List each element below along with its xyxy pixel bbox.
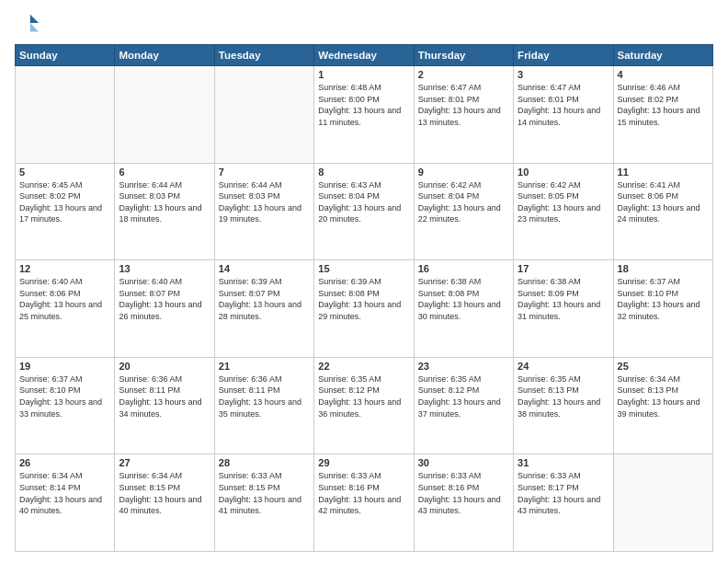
calendar-cell: 28Sunrise: 6:33 AMSunset: 8:15 PMDayligh… [214, 454, 313, 552]
calendar-cell: 12Sunrise: 6:40 AMSunset: 8:06 PMDayligh… [16, 260, 115, 358]
day-info: Sunrise: 6:36 AMSunset: 8:11 PMDaylight:… [119, 373, 210, 419]
day-number: 15 [318, 263, 409, 274]
day-number: 3 [518, 69, 609, 80]
day-number: 12 [19, 263, 110, 274]
svg-marker-1 [30, 23, 39, 31]
day-number: 20 [119, 361, 210, 372]
calendar-cell: 2Sunrise: 6:47 AMSunset: 8:01 PMDaylight… [414, 66, 513, 164]
calendar-cell [16, 66, 115, 164]
day-info: Sunrise: 6:37 AMSunset: 8:10 PMDaylight:… [618, 276, 709, 322]
day-info: Sunrise: 6:34 AMSunset: 8:14 PMDaylight:… [19, 470, 110, 516]
calendar-cell [115, 66, 214, 164]
day-header-tuesday: Tuesday [214, 45, 313, 66]
calendar-cell: 23Sunrise: 6:35 AMSunset: 8:12 PMDayligh… [414, 357, 513, 454]
day-info: Sunrise: 6:34 AMSunset: 8:15 PMDaylight:… [119, 470, 210, 516]
logo-icon [15, 11, 40, 37]
day-number: 7 [219, 167, 310, 178]
day-number: 25 [618, 361, 709, 372]
day-number: 9 [418, 167, 509, 178]
calendar-cell: 9Sunrise: 6:42 AMSunset: 8:04 PMDaylight… [414, 163, 513, 260]
calendar-cell: 6Sunrise: 6:44 AMSunset: 8:03 PMDaylight… [115, 163, 214, 260]
calendar-cell: 31Sunrise: 6:33 AMSunset: 8:17 PMDayligh… [514, 454, 613, 552]
day-info: Sunrise: 6:38 AMSunset: 8:08 PMDaylight:… [418, 276, 509, 322]
day-number: 24 [518, 361, 609, 372]
calendar-cell: 11Sunrise: 6:41 AMSunset: 8:06 PMDayligh… [613, 163, 712, 260]
day-info: Sunrise: 6:35 AMSunset: 8:12 PMDaylight:… [318, 373, 409, 419]
day-number: 29 [318, 457, 409, 468]
day-number: 16 [418, 263, 509, 274]
calendar-cell: 8Sunrise: 6:43 AMSunset: 8:04 PMDaylight… [314, 163, 414, 260]
calendar-cell: 17Sunrise: 6:38 AMSunset: 8:09 PMDayligh… [514, 260, 613, 358]
day-number: 17 [518, 263, 609, 274]
calendar-cell: 27Sunrise: 6:34 AMSunset: 8:15 PMDayligh… [115, 454, 214, 552]
calendar-cell: 14Sunrise: 6:39 AMSunset: 8:07 PMDayligh… [214, 260, 313, 358]
day-header-saturday: Saturday [613, 45, 712, 66]
day-number: 14 [219, 263, 310, 274]
day-header-wednesday: Wednesday [314, 45, 414, 66]
day-info: Sunrise: 6:34 AMSunset: 8:13 PMDaylight:… [618, 373, 709, 419]
day-number: 8 [318, 167, 409, 178]
calendar-cell [214, 66, 313, 164]
day-info: Sunrise: 6:47 AMSunset: 8:01 PMDaylight:… [518, 82, 609, 128]
week-row-2: 12Sunrise: 6:40 AMSunset: 8:06 PMDayligh… [16, 260, 713, 358]
calendar-body: 1Sunrise: 6:48 AMSunset: 8:00 PMDaylight… [16, 66, 713, 552]
calendar-header: SundayMondayTuesdayWednesdayThursdayFrid… [16, 45, 713, 66]
day-info: Sunrise: 6:36 AMSunset: 8:11 PMDaylight:… [219, 373, 310, 419]
week-row-3: 19Sunrise: 6:37 AMSunset: 8:10 PMDayligh… [16, 357, 713, 454]
calendar-table: SundayMondayTuesdayWednesdayThursdayFrid… [15, 44, 713, 552]
day-number: 6 [119, 167, 210, 178]
day-info: Sunrise: 6:37 AMSunset: 8:10 PMDaylight:… [19, 373, 110, 419]
week-row-0: 1Sunrise: 6:48 AMSunset: 8:00 PMDaylight… [16, 66, 713, 164]
days-row: SundayMondayTuesdayWednesdayThursdayFrid… [16, 45, 713, 66]
calendar-cell: 10Sunrise: 6:42 AMSunset: 8:05 PMDayligh… [514, 163, 613, 260]
day-number: 22 [318, 361, 409, 372]
day-info: Sunrise: 6:33 AMSunset: 8:15 PMDaylight:… [219, 470, 310, 516]
day-number: 30 [418, 457, 509, 468]
day-number: 26 [19, 457, 110, 468]
calendar-cell: 7Sunrise: 6:44 AMSunset: 8:03 PMDaylight… [214, 163, 313, 260]
calendar-cell: 13Sunrise: 6:40 AMSunset: 8:07 PMDayligh… [115, 260, 214, 358]
week-row-4: 26Sunrise: 6:34 AMSunset: 8:14 PMDayligh… [16, 454, 713, 552]
day-number: 18 [618, 263, 709, 274]
day-number: 4 [618, 69, 709, 80]
day-info: Sunrise: 6:47 AMSunset: 8:01 PMDaylight:… [418, 82, 509, 128]
day-info: Sunrise: 6:43 AMSunset: 8:04 PMDaylight:… [318, 179, 409, 225]
calendar-cell: 4Sunrise: 6:46 AMSunset: 8:02 PMDaylight… [613, 66, 712, 164]
day-info: Sunrise: 6:40 AMSunset: 8:07 PMDaylight:… [119, 276, 210, 322]
day-header-friday: Friday [514, 45, 613, 66]
calendar-cell: 5Sunrise: 6:45 AMSunset: 8:02 PMDaylight… [16, 163, 115, 260]
calendar-cell: 3Sunrise: 6:47 AMSunset: 8:01 PMDaylight… [514, 66, 613, 164]
header [15, 11, 713, 37]
page: SundayMondayTuesdayWednesdayThursdayFrid… [0, 0, 728, 563]
day-number: 13 [119, 263, 210, 274]
calendar-cell: 26Sunrise: 6:34 AMSunset: 8:14 PMDayligh… [16, 454, 115, 552]
calendar-cell: 22Sunrise: 6:35 AMSunset: 8:12 PMDayligh… [314, 357, 414, 454]
day-info: Sunrise: 6:46 AMSunset: 8:02 PMDaylight:… [618, 82, 709, 128]
day-info: Sunrise: 6:33 AMSunset: 8:17 PMDaylight:… [518, 470, 609, 516]
logo [15, 11, 44, 37]
day-number: 27 [119, 457, 210, 468]
day-info: Sunrise: 6:44 AMSunset: 8:03 PMDaylight:… [219, 179, 310, 225]
day-header-thursday: Thursday [414, 45, 513, 66]
day-info: Sunrise: 6:39 AMSunset: 8:07 PMDaylight:… [219, 276, 310, 322]
day-info: Sunrise: 6:44 AMSunset: 8:03 PMDaylight:… [119, 179, 210, 225]
day-info: Sunrise: 6:48 AMSunset: 8:00 PMDaylight:… [318, 82, 409, 128]
day-number: 31 [518, 457, 609, 468]
day-info: Sunrise: 6:42 AMSunset: 8:05 PMDaylight:… [518, 179, 609, 225]
day-number: 2 [418, 69, 509, 80]
calendar-cell: 16Sunrise: 6:38 AMSunset: 8:08 PMDayligh… [414, 260, 513, 358]
day-number: 21 [219, 361, 310, 372]
day-number: 11 [618, 167, 709, 178]
day-number: 1 [318, 69, 409, 80]
day-info: Sunrise: 6:38 AMSunset: 8:09 PMDaylight:… [518, 276, 609, 322]
day-info: Sunrise: 6:39 AMSunset: 8:08 PMDaylight:… [318, 276, 409, 322]
day-info: Sunrise: 6:35 AMSunset: 8:12 PMDaylight:… [418, 373, 509, 419]
calendar-cell: 30Sunrise: 6:33 AMSunset: 8:16 PMDayligh… [414, 454, 513, 552]
calendar-cell: 24Sunrise: 6:35 AMSunset: 8:13 PMDayligh… [514, 357, 613, 454]
day-info: Sunrise: 6:35 AMSunset: 8:13 PMDaylight:… [518, 373, 609, 419]
day-info: Sunrise: 6:45 AMSunset: 8:02 PMDaylight:… [19, 179, 110, 225]
day-info: Sunrise: 6:41 AMSunset: 8:06 PMDaylight:… [618, 179, 709, 225]
calendar-cell: 29Sunrise: 6:33 AMSunset: 8:16 PMDayligh… [314, 454, 414, 552]
week-row-1: 5Sunrise: 6:45 AMSunset: 8:02 PMDaylight… [16, 163, 713, 260]
day-number: 23 [418, 361, 509, 372]
